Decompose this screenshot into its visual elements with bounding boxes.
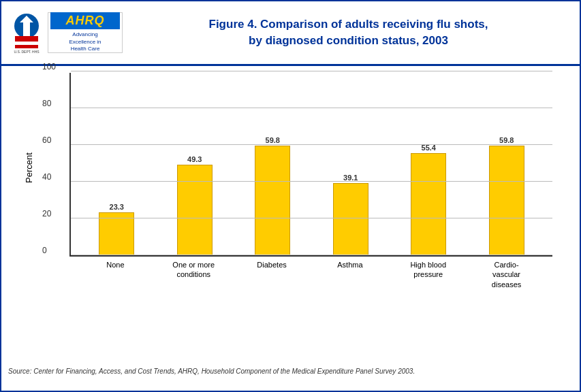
chart-title-area: Figure 4. Comparison of adults receiving… (125, 16, 571, 49)
x-labels: NoneOne or more conditionsDiabetesAsthma… (69, 260, 552, 289)
x-axis-label: One or more conditions (155, 260, 233, 289)
bar-group: 55.4 (390, 144, 468, 255)
page-container: U.S. DEPT. HHS AHRQ Advancing Excellence… (0, 0, 581, 392)
gridline: 100 (71, 71, 552, 71)
gridlines: 23.349.359.839.155.459.8 020406080100 (69, 73, 552, 257)
x-axis-label: Cardio- vascular diseases (467, 260, 546, 289)
bar-value-label: 59.8 (266, 136, 280, 144)
hhs-logo: U.S. DEPT. HHS (10, 12, 44, 53)
bars-row: 23.349.359.839.155.459.8 (71, 73, 552, 255)
bar (333, 183, 368, 255)
gridline: 80 (71, 108, 552, 108)
bar-value-label: 59.8 (499, 136, 514, 144)
gridline-label: 0 (42, 246, 47, 255)
gridline: 0 (71, 255, 552, 255)
gridline-label: 80 (42, 99, 51, 108)
logo-area: U.S. DEPT. HHS AHRQ Advancing Excellence… (10, 12, 125, 53)
bar-group: 23.3 (78, 203, 156, 255)
bar-value-label: 49.3 (187, 155, 202, 163)
chart-container: Percent 23.349.359.839.155.459.8 0204060… (1, 66, 580, 379)
bar (489, 146, 524, 255)
bar-group: 59.8 (468, 136, 546, 255)
x-axis-label: High blood pressure (389, 260, 467, 289)
svg-rect-4 (15, 45, 38, 48)
gridline-label: 100 (42, 62, 56, 71)
ahrq-text: AHRQ (66, 14, 105, 27)
x-axis-label: None (76, 260, 155, 289)
ahrq-subtitle: Advancing Excellence in Health Care (69, 31, 101, 52)
chart-area: Percent 23.349.359.839.155.459.8 0204060… (22, 73, 559, 291)
bar (99, 212, 134, 255)
x-axis-label: Diabetes (233, 260, 311, 289)
svg-text:U.S. DEPT. HHS: U.S. DEPT. HHS (14, 50, 40, 54)
ahrq-logo: AHRQ Advancing Excellence in Health Care (48, 12, 123, 53)
gridline: 20 (71, 218, 552, 218)
gridline: 60 (71, 144, 552, 145)
x-axis-label: Asthma (311, 260, 389, 289)
source-text: Source: Center for Financing, Access, an… (8, 368, 573, 375)
bar-group: 59.8 (234, 136, 312, 255)
bar-value-label: 55.4 (422, 144, 436, 152)
bar-group: 49.3 (156, 155, 234, 255)
svg-rect-2 (15, 36, 38, 42)
gridline-label: 20 (42, 209, 51, 218)
bar-group: 39.1 (312, 174, 390, 255)
chart-title: Figure 4. Comparison of adults receiving… (125, 16, 571, 49)
gridline-label: 40 (42, 172, 51, 182)
chart-inner: 23.349.359.839.155.459.8 020406080100 No… (35, 73, 559, 291)
y-axis-label: Percent (22, 73, 35, 263)
gridline: 40 (71, 181, 552, 182)
bar-value-label: 23.3 (110, 203, 124, 211)
svg-rect-3 (15, 42, 38, 45)
bar (177, 165, 213, 255)
gridline-label: 60 (42, 135, 51, 145)
header: U.S. DEPT. HHS AHRQ Advancing Excellence… (1, 1, 580, 66)
bar (255, 146, 290, 255)
bar (411, 153, 446, 255)
